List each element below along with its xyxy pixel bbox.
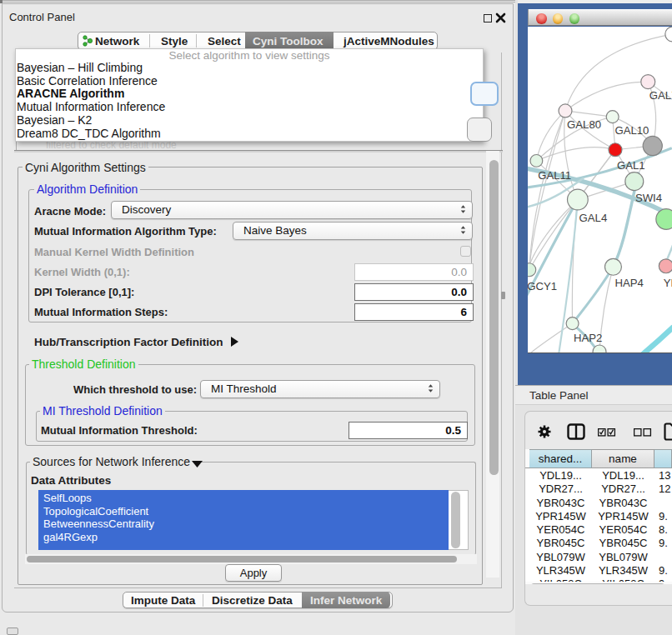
svg-text:HAP4: HAP4 bbox=[614, 277, 643, 289]
svg-text:SWI4: SWI4 bbox=[635, 192, 662, 204]
svg-text:HAP2: HAP2 bbox=[574, 332, 602, 344]
svg-text:YM: YM bbox=[664, 277, 672, 289]
svg-text:GAL7: GAL7 bbox=[649, 89, 672, 102]
svg-text:GAL80: GAL80 bbox=[567, 118, 601, 131]
svg-text:GCY1: GCY1 bbox=[528, 280, 557, 292]
svg-text:GAL4: GAL4 bbox=[579, 212, 608, 224]
svg-text:GAL11: GAL11 bbox=[538, 169, 571, 182]
svg-text:GAL1: GAL1 bbox=[617, 159, 645, 172]
svg-text:GAL10: GAL10 bbox=[614, 124, 649, 137]
